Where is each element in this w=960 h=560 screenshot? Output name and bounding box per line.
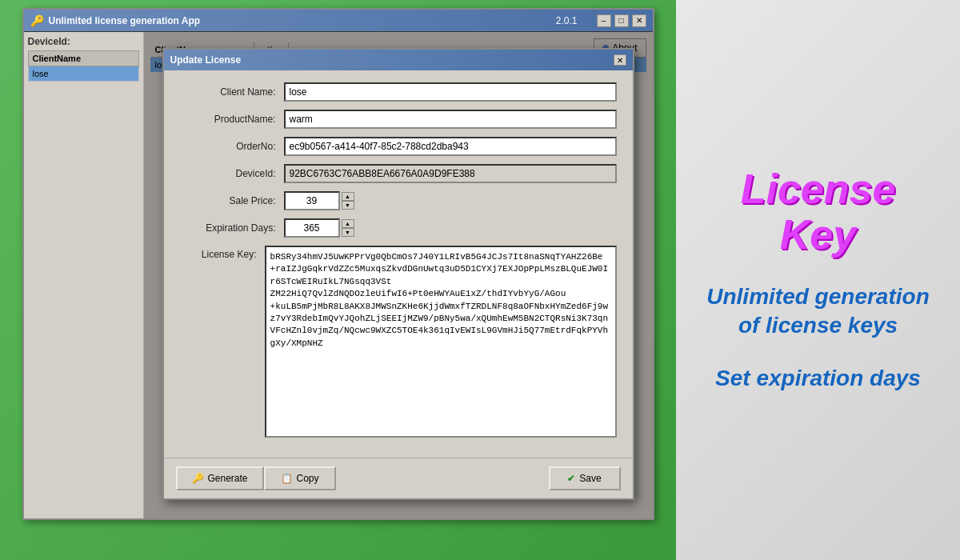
order-no-row: OrderNo: (180, 137, 617, 156)
copy-label: Copy (297, 473, 319, 484)
device-id-label: DeviceId: (28, 36, 139, 47)
order-no-input[interactable] (284, 137, 617, 156)
save-button[interactable]: ✔ Save (549, 466, 621, 490)
update-license-dialog: Update License ✕ Client Name: (162, 48, 634, 500)
table-cell-client: lose (28, 66, 138, 82)
generate-label: Generate (208, 473, 248, 484)
save-icon: ✔ (567, 473, 575, 484)
dialog-title: Update License (170, 54, 242, 66)
sale-price-row: Sale Price: ▲ ▼ (180, 191, 617, 210)
product-name-label: ProductName: (180, 114, 284, 125)
promo-title: License Key (700, 166, 936, 258)
license-key-label: License Key: (180, 246, 265, 260)
title-bar-right: 2.0.1 – □ ✕ (556, 14, 646, 27)
title-bar: 🔑 Unlimited license generation App 2.0.1… (24, 10, 653, 32)
app-area: 🔑 Unlimited license generation App 2.0.1… (0, 0, 676, 560)
title-bar-left: 🔑 Unlimited license generation App (30, 14, 201, 27)
device-id-input[interactable] (284, 164, 617, 183)
app-icon: 🔑 (30, 14, 44, 27)
client-name-row: Client Name: (180, 82, 617, 102)
product-name-input[interactable] (284, 110, 617, 129)
product-name-row: ProductName: (180, 110, 617, 129)
generate-icon: 🔑 (192, 473, 204, 484)
app-title: Unlimited license generation App (49, 15, 201, 26)
device-id-row: DeviceId: (180, 164, 617, 183)
client-name-label: Client Name: (180, 86, 284, 98)
expiration-days-row: Expiration Days: ▲ ▼ (180, 218, 617, 238)
expiration-days-down-button[interactable]: ▼ (342, 228, 354, 237)
promo-area: License Key Unlimited generation of lice… (676, 0, 960, 560)
dialog-title-bar: Update License ✕ (164, 50, 633, 70)
app-version: 2.0.1 (556, 15, 578, 26)
sidebar: DeviceId: ClientName lose (24, 32, 144, 518)
promo-expiry: Set expiration days (715, 364, 921, 393)
copy-icon: 📋 (281, 473, 293, 484)
restore-button[interactable]: □ (614, 14, 629, 27)
sidebar-col-header: ClientName (28, 51, 138, 66)
expiration-days-spin-buttons: ▲ ▼ (342, 219, 354, 237)
license-key-row: License Key: bRSRy34hmVJ5UwKPPrVg0QbCmOs… (180, 246, 617, 438)
sale-price-spin-buttons: ▲ ▼ (342, 192, 354, 210)
sale-price-down-button[interactable]: ▼ (342, 201, 354, 210)
client-name-input[interactable] (284, 82, 617, 102)
sale-price-label: Sale Price: (180, 195, 284, 206)
order-no-label: OrderNo: (180, 141, 284, 152)
dialog-footer: 🔑 Generate 📋 Copy ✔ Save (164, 458, 633, 498)
generate-button[interactable]: 🔑 Generate (176, 466, 264, 490)
expiration-days-up-button[interactable]: ▲ (342, 219, 354, 228)
dialog-close-button[interactable]: ✕ (614, 54, 626, 66)
main-content: DeviceId: ClientName lose (24, 32, 653, 518)
license-key-textarea[interactable]: bRSRy34hmVJ5UwKPPrVg0QbCmOs7J40Y1LRIvB5G… (265, 246, 617, 438)
right-panel: About ClientName ration lose /2024 11:4.… (144, 32, 653, 518)
main-window: 🔑 Unlimited license generation App 2.0.1… (22, 8, 654, 520)
table-row: lose (28, 66, 138, 82)
copy-button[interactable]: 📋 Copy (264, 466, 336, 490)
device-id-field-label: DeviceId: (180, 168, 284, 179)
dialog-body: Client Name: ProductName: OrderNo: (164, 70, 633, 458)
expiration-days-spinbox: ▲ ▼ (284, 218, 354, 238)
promo-subtitle: Unlimited generation of license keys (706, 282, 929, 341)
sale-price-spinbox: ▲ ▼ (284, 191, 354, 210)
dialog-overlay: Update License ✕ Client Name: (144, 32, 653, 518)
sale-price-up-button[interactable]: ▲ (342, 192, 354, 201)
minimize-button[interactable]: – (597, 14, 611, 27)
sidebar-table: ClientName lose (28, 50, 139, 82)
save-label: Save (579, 473, 601, 484)
expiration-days-label: Expiration Days: (180, 222, 284, 234)
expiration-days-input[interactable] (284, 218, 340, 238)
close-button[interactable]: ✕ (632, 14, 646, 27)
sale-price-input[interactable] (284, 191, 340, 210)
